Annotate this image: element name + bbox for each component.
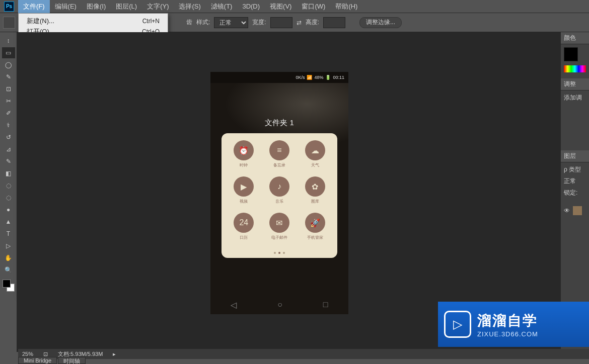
height-input[interactable]	[323, 17, 345, 28]
phone-statusbar: 0K/s 📶 48% 🔋 00:11	[210, 72, 348, 83]
menu-item-6[interactable]: 滤镜(T)	[206, 0, 238, 13]
folder-box: ⏰时钟≡备忘录☁天气▶视频♪音乐✿图库24日历✉电子邮件🚀手机管家	[222, 133, 337, 258]
menu-item-5[interactable]: 选择(S)	[174, 0, 205, 13]
folder-page-dots	[222, 252, 337, 254]
menu-bar: Ps 文件(F)编辑(E)图像(I)图层(L)文字(Y)选择(S)滤镜(T)3D…	[0, 0, 589, 13]
opt-label-style: 样式:	[196, 18, 210, 27]
tool-1[interactable]: ▭	[2, 47, 15, 58]
layer-lock-label: 锁定:	[564, 189, 586, 197]
watermark-logo-icon: ▷	[444, 311, 471, 338]
menu-item-新建N[interactable]: 新建(N)...Ctrl+N	[19, 16, 168, 26]
signal-icon: 📶	[307, 75, 312, 80]
tool-0[interactable]: ↕	[2, 35, 15, 46]
tool-5[interactable]: ✂	[2, 96, 15, 107]
bottom-tab-Mini Bridge[interactable]: Mini Bridge	[18, 357, 57, 364]
app-label: 音乐	[275, 199, 283, 204]
zoom-icon: ⊡	[43, 351, 48, 357]
add-adjustment-text: 添加调	[564, 94, 582, 101]
panel-tab-color[interactable]: 颜色	[561, 32, 589, 44]
app-备忘录: ≡备忘录	[263, 140, 296, 173]
swap-icon[interactable]: ⇄	[297, 19, 302, 26]
phone-time: 00:11	[333, 75, 344, 80]
layer-blend-mode[interactable]: 正常	[564, 177, 586, 186]
tool-19[interactable]: 🔍	[2, 264, 15, 276]
app-label: 日历	[240, 235, 248, 240]
fg-bg-swatch[interactable]	[3, 280, 15, 292]
ps-logo: Ps	[0, 0, 18, 13]
tool-10[interactable]: ✎	[2, 156, 15, 167]
status-bar: 25% ⊡ 文档:5.93M/5.93M ▸	[18, 349, 589, 359]
phone-navbar: ◁ ○ □	[210, 295, 348, 314]
doc-info-arrow-icon[interactable]: ▸	[113, 351, 116, 357]
app-icon: ♪	[269, 176, 289, 197]
tool-7[interactable]: ⚕	[2, 120, 15, 131]
menu-item-4[interactable]: 文字(Y)	[142, 0, 174, 13]
app-label: 手机管家	[307, 235, 323, 240]
layer-thumbnail[interactable]	[573, 206, 582, 215]
spectrum-gradient[interactable]	[564, 65, 586, 72]
app-label: 天气	[311, 162, 319, 168]
width-input[interactable]	[270, 17, 292, 28]
nav-back-icon: ◁	[231, 300, 237, 310]
app-音乐: ♪音乐	[263, 176, 296, 210]
tool-6[interactable]: ✐	[2, 108, 15, 119]
app-icon: ✿	[305, 176, 325, 197]
app-天气: ☁天气	[299, 140, 331, 173]
tool-2[interactable]: ◯	[2, 59, 15, 70]
tool-3[interactable]: ✎	[2, 71, 15, 82]
tool-17[interactable]: ▷	[2, 240, 15, 251]
panel-tab-adjust[interactable]: 调整	[561, 78, 589, 90]
visibility-eye-icon[interactable]: 👁	[564, 207, 570, 214]
tool-16[interactable]: T	[2, 228, 15, 239]
app-时钟: ⏰时钟	[228, 140, 260, 173]
app-icon: ✉	[269, 213, 289, 233]
folder-title: 文件夹 1	[210, 118, 348, 128]
zoom-level[interactable]: 25%	[22, 351, 33, 357]
menu-item-2[interactable]: 图像(I)	[82, 0, 111, 13]
tool-8[interactable]: ↺	[2, 132, 15, 143]
app-label: 备忘录	[273, 162, 285, 168]
app-label: 电子邮件	[271, 235, 287, 240]
tool-4[interactable]: ⊡	[2, 83, 15, 95]
app-label: 时钟	[240, 162, 248, 168]
watermark: ▷ 溜溜自学 ZIXUE.3D66.COM	[438, 302, 589, 347]
menu-item-1[interactable]: 编辑(E)	[50, 0, 82, 13]
opt-label-height: 高度:	[306, 18, 319, 27]
opt-label-width: 宽度:	[252, 18, 266, 27]
tool-13[interactable]: ◌	[2, 192, 15, 203]
nav-home-icon: ○	[277, 300, 282, 309]
phone-mockup: 0K/s 📶 48% 🔋 00:11 文件夹 1 ⏰时钟≡备忘录☁天气▶视频♪音…	[210, 72, 348, 314]
menu-item-3[interactable]: 图层(L)	[111, 0, 142, 13]
style-select[interactable]: 正常	[214, 17, 248, 28]
app-icon: ☁	[305, 140, 325, 160]
tool-11[interactable]: ◧	[2, 168, 15, 179]
battery-icon: 🔋	[325, 75, 331, 80]
tool-12[interactable]: ◌	[2, 180, 15, 191]
tool-9[interactable]: ⊿	[2, 144, 15, 155]
tool-15[interactable]: ▲	[2, 216, 15, 227]
menu-item-9[interactable]: 窗口(W)	[297, 0, 330, 13]
bottom-tab-时间轴[interactable]: 时间轴	[58, 357, 86, 364]
tool-18[interactable]: ✋	[2, 252, 15, 263]
menu-item-0[interactable]: 文件(F)	[18, 0, 50, 13]
menu-item-8[interactable]: 视图(V)	[265, 0, 297, 13]
app-视频: ▶视频	[228, 176, 260, 210]
phone-battery: 48%	[314, 75, 323, 80]
app-icon: 🚀	[305, 213, 325, 233]
tool-14[interactable]: ●	[2, 204, 15, 215]
app-icon: ⏰	[234, 140, 254, 160]
tool-preset-icon[interactable]	[3, 17, 15, 29]
app-label: 视频	[240, 199, 248, 204]
menu-item-10[interactable]: 帮助(H)	[330, 0, 362, 13]
menu-item-7[interactable]: 3D(D)	[237, 0, 265, 13]
app-电子邮件: ✉电子邮件	[263, 213, 296, 246]
layer-filter-type[interactable]: ρ 类型	[564, 165, 586, 174]
opt-label-tooth: 齿	[186, 18, 192, 27]
panel-tab-layers[interactable]: 图层	[561, 150, 589, 162]
fg-color-swatch[interactable]	[564, 47, 578, 61]
app-icon: 24	[234, 213, 254, 233]
nav-recent-icon: □	[323, 300, 328, 309]
app-日历: 24日历	[228, 213, 260, 246]
app-label: 图库	[311, 199, 319, 204]
refine-edge-button[interactable]: 调整边缘...	[359, 17, 402, 28]
